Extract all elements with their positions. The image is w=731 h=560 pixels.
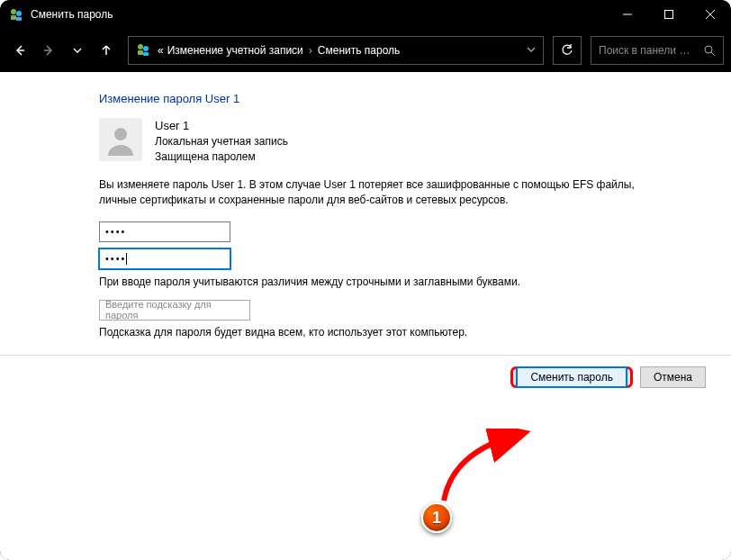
breadcrumb-prefix: « — [158, 44, 164, 57]
svg-rect-12 — [138, 50, 143, 55]
hint-visibility-note: Подсказка для пароля будет видна всем, к… — [99, 326, 706, 339]
search-placeholder: Поиск в панели … — [599, 44, 704, 57]
breadcrumb-icon — [136, 42, 152, 59]
password-hint-input[interactable]: Введите подсказку для пароля — [99, 300, 250, 321]
app-icon — [9, 7, 23, 22]
recent-dropdown[interactable] — [65, 38, 90, 63]
minimize-button[interactable] — [607, 0, 648, 29]
chevron-right-icon: › — [309, 44, 312, 57]
user-block: User 1 Локальная учетная запись Защищена… — [99, 118, 706, 165]
svg-point-11 — [143, 46, 149, 51]
address-bar[interactable]: « Изменение учетной записи › Сменить пар… — [128, 36, 544, 65]
svg-point-1 — [16, 11, 22, 16]
user-name: User 1 — [155, 118, 288, 134]
avatar — [99, 118, 142, 161]
forward-button[interactable] — [36, 38, 61, 63]
chevron-down-icon[interactable] — [527, 44, 536, 57]
description-text: Вы изменяете пароль User 1. В этом случа… — [99, 177, 639, 209]
change-password-button[interactable]: Сменить пароль — [516, 366, 627, 388]
breadcrumb-part1[interactable]: Изменение учетной записи — [167, 44, 303, 57]
text-caret — [126, 253, 127, 265]
button-row: Сменить пароль Отмена — [99, 356, 731, 388]
maximize-button[interactable] — [648, 0, 690, 29]
user-info: User 1 Локальная учетная запись Защищена… — [155, 118, 288, 165]
case-sensitivity-note: При вводе пароля учитываются различия ме… — [99, 275, 706, 288]
refresh-button[interactable] — [553, 36, 582, 65]
confirm-password-input[interactable]: •••• — [99, 248, 230, 269]
svg-rect-5 — [665, 11, 673, 19]
search-icon — [704, 45, 716, 57]
svg-point-16 — [114, 128, 127, 140]
search-input[interactable]: Поиск в панели … — [591, 36, 724, 65]
user-status: Защищена паролем — [155, 149, 288, 165]
back-button[interactable] — [7, 38, 32, 63]
svg-line-15 — [711, 52, 715, 56]
svg-point-10 — [138, 44, 143, 50]
close-button[interactable] — [690, 0, 731, 29]
window-title: Сменить пароль — [31, 8, 607, 21]
svg-point-0 — [11, 9, 16, 14]
breadcrumb-part2[interactable]: Сменить пароль — [318, 44, 401, 57]
annotation-badge: 1 — [421, 502, 452, 533]
page-heading: Изменение пароля User 1 — [99, 92, 706, 105]
svg-rect-13 — [143, 52, 149, 56]
navbar: « Изменение учетной записи › Сменить пар… — [0, 29, 731, 72]
window-frame: Сменить пароль « Изменение учетной запис… — [0, 0, 731, 560]
user-account-type: Локальная учетная запись — [155, 134, 288, 149]
svg-rect-3 — [16, 17, 22, 21]
new-password-input[interactable]: •••• — [99, 221, 230, 242]
annotation-highlight: Сменить пароль — [510, 366, 633, 388]
up-button[interactable] — [94, 38, 119, 63]
titlebar[interactable]: Сменить пароль — [0, 0, 731, 29]
cancel-button[interactable]: Отмена — [640, 366, 706, 388]
annotation-arrow — [417, 429, 543, 510]
svg-rect-2 — [11, 15, 16, 20]
svg-point-14 — [705, 46, 712, 53]
content-area: Изменение пароля User 1 User 1 Локальная… — [0, 72, 731, 560]
